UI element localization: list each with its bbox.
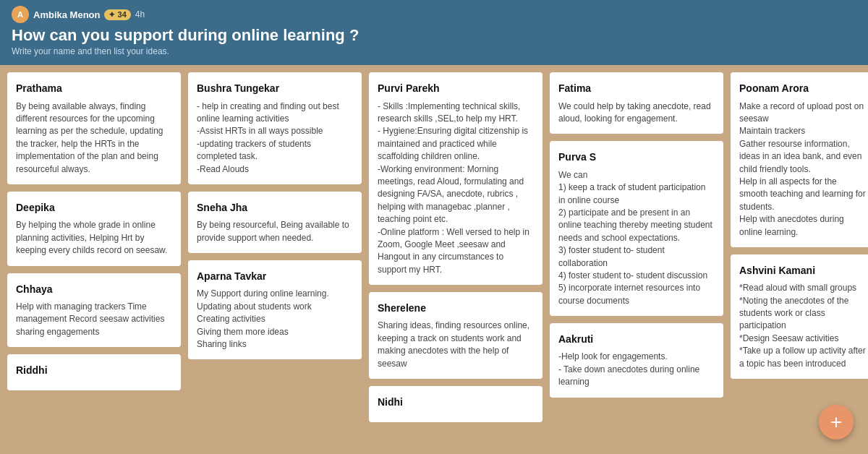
card-deepika: Deepika By helping the whole grade in on…	[7, 192, 181, 265]
fab-add-button[interactable]: +	[819, 405, 854, 440]
header-meta: A Ambika Menon ✦ 34 4h	[12, 6, 856, 23]
column-3: Purvi Parekh - Skills :Implementing tech…	[369, 72, 542, 422]
card-nidhi: Nidhi	[369, 386, 542, 422]
avatar: A	[12, 6, 29, 23]
card-name-nidhi: Nidhi	[378, 395, 534, 409]
card-text-prathama: By being available always, finding diffe…	[16, 100, 172, 176]
card-fatima: Fatima We could help by taking anecdote,…	[550, 72, 723, 134]
avatar-initials: A	[17, 10, 23, 19]
badge: ✦ 34	[104, 9, 130, 20]
card-name-fatima: Fatima	[558, 81, 715, 95]
card-name-sherelene: Sherelene	[378, 301, 534, 315]
card-name-deepika: Deepika	[16, 200, 172, 215]
header-bar: A Ambika Menon ✦ 34 4h How can you suppo…	[0, 0, 868, 65]
card-text-aakruti: -Help look for engagements. - Take down …	[558, 351, 715, 388]
card-text-ashwini: *Read aloud with small groups *Noting th…	[739, 282, 867, 370]
card-name-purvi: Purvi Parekh	[378, 81, 534, 95]
card-name-prathama: Prathama	[16, 81, 172, 95]
card-bushra: Bushra Tungekar - help in creating and f…	[188, 72, 362, 184]
card-riddhi: Riddhi	[7, 354, 181, 390]
user-name: Ambika Menon	[33, 9, 100, 20]
page-subtitle: Write your name and then list your ideas…	[12, 46, 856, 56]
board: Prathama By being available always, find…	[0, 65, 868, 429]
column-5: Poonam Arora Make a record of upload pos…	[731, 72, 868, 422]
column-4: Fatima We could help by taking anecdote,…	[550, 72, 723, 422]
time-label: 4h	[135, 9, 145, 20]
card-text-chhaya: Help with managing trackers Time managem…	[16, 301, 172, 338]
card-text-sherelene: Sharing ideas, finding resources online,…	[378, 320, 534, 370]
card-name-riddhi: Riddhi	[16, 363, 172, 377]
card-aparna: Aparna Tavkar My Support during online l…	[188, 260, 362, 359]
card-name-poonam: Poonam Arora	[739, 81, 867, 95]
card-text-deepika: By helping the whole grade in online pla…	[16, 219, 172, 257]
card-purvi: Purvi Parekh - Skills :Implementing tech…	[369, 72, 542, 285]
card-purva: Purva S We can 1) keep a track of studen…	[550, 141, 723, 316]
column-1: Prathama By being available always, find…	[7, 72, 181, 422]
card-text-aparna: My Support during online learning. Updat…	[197, 288, 353, 351]
card-chhaya: Chhaya Help with managing trackers Time …	[7, 273, 181, 347]
card-ashwini: Ashvini Kamani *Read aloud with small gr…	[731, 254, 868, 379]
page-title: How can you support during online learni…	[12, 26, 856, 45]
card-name-purva: Purva S	[558, 150, 715, 164]
card-sherelene: Sherelene Sharing ideas, finding resourc…	[369, 292, 542, 379]
card-name-bushra: Bushra Tungekar	[197, 81, 353, 95]
card-text-bushra: - help in creating and finding out best …	[197, 100, 353, 176]
card-text-purva: We can 1) keep a track of student partic…	[558, 169, 715, 307]
card-text-poonam: Make a record of upload post on seesaw M…	[739, 100, 867, 239]
card-aakruti: Aakruti -Help look for engagements. - Ta…	[550, 323, 723, 397]
card-text-purvi: - Skills :Implementing technical skills,…	[378, 100, 534, 276]
card-prathama: Prathama By being available always, find…	[7, 72, 181, 184]
card-name-aakruti: Aakruti	[558, 332, 715, 346]
card-name-sneha: Sneha Jha	[197, 200, 353, 215]
card-name-aparna: Aparna Tavkar	[197, 269, 353, 283]
card-poonam: Poonam Arora Make a record of upload pos…	[731, 72, 868, 247]
card-sneha: Sneha Jha By being resourceful, Being av…	[188, 192, 362, 253]
column-2: Bushra Tungekar - help in creating and f…	[188, 72, 362, 422]
card-name-ashwini: Ashvini Kamani	[739, 263, 867, 278]
card-text-sneha: By being resourceful, Being available to…	[197, 219, 353, 244]
card-name-chhaya: Chhaya	[16, 282, 172, 296]
card-text-fatima: We could help by taking anecdote, read a…	[558, 100, 715, 126]
